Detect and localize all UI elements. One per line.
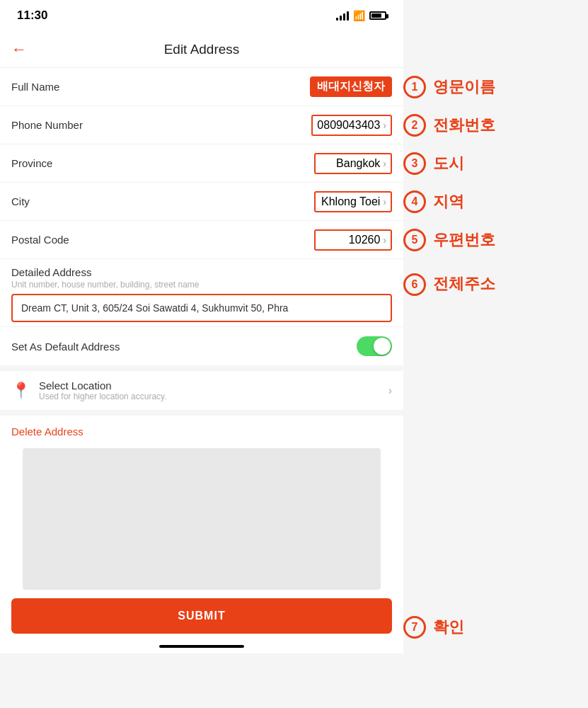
location-chevron-icon: › [388, 384, 392, 397]
battery-icon [369, 11, 386, 20]
city-value[interactable]: Khlong Toei › [314, 191, 392, 212]
location-title: Select Location [39, 379, 380, 392]
ann-text-1: 영문이름 [433, 76, 495, 98]
location-text: Select Location Used for higher location… [39, 379, 380, 401]
default-address-row: Set As Default Address [0, 327, 403, 365]
province-row[interactable]: Province Bangkok › [0, 144, 403, 183]
status-icons: 📶 [336, 10, 386, 21]
ann-badge-2: 2 [403, 114, 426, 137]
page-title: Edit Address [164, 42, 240, 57]
home-indicator [0, 639, 403, 653]
ann-text-3: 도시 [433, 153, 464, 174]
default-address-toggle[interactable] [357, 336, 392, 356]
ann-badge-1: 1 [403, 76, 426, 98]
divider-2 [0, 410, 403, 416]
ann-text-5: 우편번호 [433, 229, 495, 251]
full-name-row[interactable]: Full Name 배대지신청자 [0, 68, 403, 106]
home-bar [159, 645, 244, 648]
annotation-6: 6 전체주소 [403, 259, 588, 323]
postal-code-row[interactable]: Postal Code 10260 › [0, 221, 403, 259]
phone-chevron-icon: › [383, 120, 386, 131]
ann-text-6: 전체주소 [433, 273, 495, 295]
phone-number-label: Phone Number [11, 119, 311, 131]
location-pin-icon: 📍 [11, 382, 30, 400]
city-label: City [11, 195, 314, 207]
annotation-2: 2 전화번호 [403, 106, 588, 144]
annotation-7: 7 확인 [403, 601, 588, 653]
ann-badge-5: 5 [403, 229, 426, 251]
city-row[interactable]: City Khlong Toei › [0, 183, 403, 221]
detailed-address-section: Detailed Address Unit number, house numb… [0, 259, 403, 327]
select-location-row[interactable]: 📍 Select Location Used for higher locati… [0, 371, 403, 410]
status-bar: 11:30 📶 [0, 0, 403, 31]
delete-address-row[interactable]: Delete Address [0, 416, 403, 448]
ann-text-7: 확인 [433, 617, 464, 638]
status-time: 11:30 [17, 8, 47, 23]
phone-number-value[interactable]: 0809043403 › [311, 115, 392, 136]
detailed-address-sublabel: Unit number, house number, building, str… [11, 280, 392, 290]
full-name-value[interactable]: 배대지신청자 [310, 76, 392, 97]
ann-badge-6: 6 [403, 273, 426, 296]
submit-button[interactable]: SUBMIT [11, 598, 392, 634]
toggle-thumb [374, 338, 391, 355]
wifi-icon: 📶 [353, 10, 365, 21]
delete-address-button[interactable]: Delete Address [11, 426, 83, 438]
divider-1 [0, 365, 403, 371]
city-chevron-icon: › [383, 196, 386, 207]
annotation-1: 1 영문이름 [403, 68, 588, 106]
full-name-label: Full Name [11, 81, 310, 93]
annotation-panel: 1 영문이름 2 전화번호 3 도시 4 지역 5 [403, 0, 588, 653]
page-header: ← Edit Address [0, 31, 403, 68]
map-placeholder [23, 448, 381, 590]
postal-code-value[interactable]: 10260 › [314, 229, 392, 251]
ann-text-2: 전화번호 [433, 115, 495, 136]
annotation-3: 3 도시 [403, 144, 588, 183]
back-button[interactable]: ← [11, 40, 27, 59]
postal-code-chevron-icon: › [383, 234, 386, 246]
location-subtitle: Used for higher location accuracy. [39, 392, 380, 401]
province-chevron-icon: › [383, 158, 386, 169]
signal-icon [336, 11, 349, 21]
annotation-5: 5 우편번호 [403, 221, 588, 259]
postal-code-label: Postal Code [11, 234, 314, 246]
detailed-address-input[interactable]: Dream CT, Unit 3, 605/24 Soi Sawatdi 4, … [11, 294, 392, 322]
phone-ui: 11:30 📶 ← Edit Address Full Nam [0, 0, 403, 653]
default-address-label: Set As Default Address [11, 341, 120, 353]
phone-number-row[interactable]: Phone Number 0809043403 › [0, 106, 403, 144]
ann-badge-4: 4 [403, 190, 426, 213]
ann-text-4: 지역 [433, 191, 464, 212]
submit-area: SUBMIT [0, 590, 403, 639]
annotation-4: 4 지역 [403, 183, 588, 221]
detailed-address-label: Detailed Address [11, 266, 392, 278]
ann-badge-7: 7 [403, 616, 426, 639]
province-value[interactable]: Bangkok › [314, 153, 392, 174]
province-label: Province [11, 157, 314, 169]
ann-badge-3: 3 [403, 152, 426, 175]
